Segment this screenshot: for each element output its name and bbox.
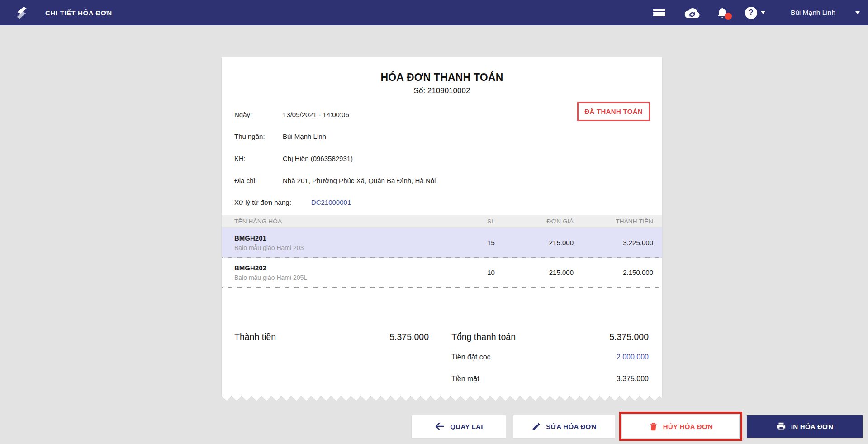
info-row-customer: KH: Chị Hiền (0963582931): [234, 147, 545, 170]
info-row-source-order: Xử lý từ đơn hàng: DC21000001: [234, 191, 545, 213]
item-qty: 10: [465, 269, 517, 276]
total-payment-row: Tổng thanh toán 5.375.000: [451, 328, 649, 346]
source-order-link[interactable]: DC21000001: [311, 198, 351, 206]
address-label: Địa chỉ:: [234, 177, 283, 184]
back-button-label: QUAY LẠI: [450, 423, 483, 430]
invoice-title: HÓA ĐƠN THANH TOÁN: [222, 71, 662, 84]
table-header-row: TÊN HÀNG HÓA SL ĐƠN GIÁ THÀNH TIỀN: [222, 215, 662, 228]
action-button-bar: QUAY LẠI SỬA HÓA ĐƠN HỦY HÓA ĐƠN IN HÓA …: [412, 415, 863, 438]
deposit-row: Tiền đặt cọc 2.000.000: [451, 348, 649, 366]
items-table: TÊN HÀNG HÓA SL ĐƠN GIÁ THÀNH TIỀN BMGH2…: [222, 215, 662, 288]
item-amount: 2.150.000: [574, 269, 653, 276]
print-button-label: IN HÓA ĐƠN: [791, 423, 834, 430]
subtotal-row: Thành tiền 5.375.000: [234, 328, 429, 346]
total-payment-value: 5.375.000: [609, 332, 649, 342]
help-caret-icon[interactable]: [761, 11, 765, 14]
edit-invoice-button[interactable]: SỬA HÓA ĐƠN: [513, 415, 615, 438]
cash-row: Tiền mặt 3.375.000: [451, 370, 649, 388]
cashier-label: Thu ngân:: [234, 132, 283, 140]
item-name: Balo mẫu giáo Hami 203: [234, 244, 465, 251]
notification-badge: [725, 13, 732, 20]
pencil-icon: [531, 422, 541, 431]
totals-section: Thành tiền 5.375.000 Tổng thanh toán 5.3…: [234, 328, 649, 388]
cancel-invoice-button[interactable]: HỦY HÓA ĐƠN: [622, 415, 739, 438]
cash-label: Tiền mặt: [451, 375, 479, 383]
item-unit-price: 215.000: [517, 239, 574, 246]
address-value: Nhà 201, Phường Phúc Xá, Quận Ba Đình, H…: [283, 177, 436, 184]
info-row-cashier: Thu ngân: Bùi Mạnh Linh: [234, 126, 545, 148]
top-bar-actions: ? Bùi Mạnh Linh: [653, 6, 868, 19]
invoice-receipt-card: HÓA ĐƠN THANH TOÁN Số: 2109010002 ĐÃ THA…: [222, 57, 662, 396]
cash-value: 3.375.000: [617, 375, 649, 383]
top-bar: CHI TIẾT HÓA ĐƠN ? Bùi Mạnh Linh: [0, 0, 868, 25]
item-code: BMGH201: [234, 234, 465, 242]
app-logo-icon[interactable]: [14, 5, 30, 21]
col-header-product: TÊN HÀNG HÓA: [234, 218, 465, 225]
page-title: CHI TIẾT HÓA ĐƠN: [45, 9, 112, 17]
subtotal-value: 5.375.000: [389, 332, 429, 342]
customer-label: KH:: [234, 155, 283, 162]
print-invoice-button[interactable]: IN HÓA ĐƠN: [747, 415, 863, 438]
cloud-sync-icon[interactable]: [683, 6, 701, 19]
deposit-label: Tiền đặt cọc: [451, 353, 491, 361]
user-name[interactable]: Bùi Mạnh Linh: [791, 9, 835, 17]
date-label: Ngày:: [234, 111, 283, 118]
payment-breakdown: Tổng thanh toán 5.375.000 Tiền đặt cọc 2…: [451, 328, 649, 388]
paid-status-stamp: ĐÃ THANH TOÁN: [577, 102, 650, 121]
edit-button-label: SỬA HÓA ĐƠN: [546, 423, 597, 430]
item-name: Balo mẫu giáo Hami 205L: [234, 274, 465, 281]
table-row[interactable]: BMGH201 Balo mẫu giáo Hami 203 15 215.00…: [222, 228, 662, 258]
cancel-button-label: HỦY HÓA ĐƠN: [663, 423, 713, 430]
cashier-value: Bùi Mạnh Linh: [283, 132, 326, 140]
item-unit-price: 215.000: [517, 269, 574, 276]
back-arrow-icon: [434, 421, 445, 432]
item-qty: 15: [465, 239, 517, 246]
date-value: 13/09/2021 - 14:00:06: [283, 111, 349, 118]
item-code: BMGH202: [234, 264, 465, 272]
notification-bell-icon[interactable]: [716, 6, 729, 19]
col-header-unit-price: ĐƠN GIÁ: [517, 218, 574, 225]
info-row-date: Ngày: 13/09/2021 - 14:00:06: [234, 104, 545, 126]
menu-icon[interactable]: [653, 8, 665, 18]
source-order-label: Xử lý từ đơn hàng:: [234, 198, 295, 206]
item-amount: 3.225.000: [574, 239, 653, 246]
deposit-value: 2.000.000: [617, 353, 649, 361]
invoice-number: Số: 2109010002: [222, 86, 662, 95]
printer-icon: [776, 421, 786, 431]
subtotal-label: Thành tiền: [234, 332, 276, 342]
invoice-info: Ngày: 13/09/2021 - 14:00:06 Thu ngân: Bù…: [234, 104, 545, 213]
trash-icon: [649, 421, 658, 431]
user-menu-caret-icon[interactable]: [855, 11, 860, 14]
receipt-torn-edge: [222, 396, 662, 401]
col-header-amount: THÀNH TIỀN: [574, 218, 653, 225]
col-header-qty: SL: [465, 218, 517, 225]
customer-value: Chị Hiền (0963582931): [283, 155, 353, 162]
total-payment-label: Tổng thanh toán: [451, 332, 516, 342]
back-button[interactable]: QUAY LẠI: [412, 415, 506, 438]
info-row-address: Địa chỉ: Nhà 201, Phường Phúc Xá, Quận B…: [234, 170, 545, 192]
help-icon[interactable]: ?: [745, 7, 757, 19]
table-row[interactable]: BMGH202 Balo mẫu giáo Hami 205L 10 215.0…: [222, 258, 662, 288]
